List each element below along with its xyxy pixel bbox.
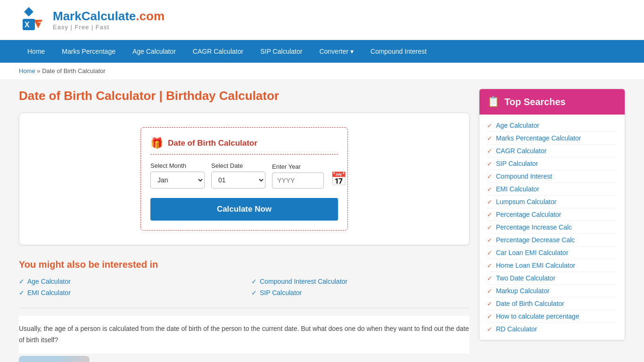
ts-check-icon: ✓ bbox=[487, 288, 492, 295]
top-searches-icon: 📋 bbox=[487, 96, 500, 108]
calculator-icon: 🎁 bbox=[150, 137, 163, 149]
check-icon-2: ✓ bbox=[251, 278, 257, 285]
date-field-group: Select Date 01020304 05060708 09101112 1… bbox=[211, 162, 265, 189]
interested-link-compound-interest[interactable]: ✓ Compound Interest Calculator bbox=[251, 278, 470, 285]
top-searches-list: ✓ Age Calculator ✓ Marks Percentage Calc… bbox=[479, 115, 625, 340]
ts-item-car-loan[interactable]: ✓ Car Loan EMI Calculator bbox=[487, 247, 617, 259]
logo-area: X + − MarkCalculate.com Easy | Free | Fa… bbox=[19, 6, 165, 34]
illustration-placeholder bbox=[19, 356, 90, 362]
ts-item-cagr[interactable]: ✓ CAGR Calculator bbox=[487, 145, 617, 157]
year-input[interactable] bbox=[272, 173, 324, 189]
ts-item-dob[interactable]: ✓ Date of Birth Calculator bbox=[487, 297, 617, 310]
ts-check-icon: ✓ bbox=[487, 326, 492, 333]
interested-link-sip-calculator[interactable]: ✓ SIP Calculator bbox=[251, 289, 470, 296]
nav-home[interactable]: Home bbox=[19, 40, 53, 63]
ts-check-icon: ✓ bbox=[487, 300, 492, 307]
ts-item-sip[interactable]: ✓ SIP Calculator bbox=[487, 157, 617, 170]
main-nav: Home Marks Percentage Age Calculator CAG… bbox=[0, 40, 644, 63]
ts-item-rd[interactable]: ✓ RD Calculator bbox=[487, 323, 617, 335]
check-icon-4: ✓ bbox=[251, 289, 257, 296]
content-area: Date of Birth Calculator | Birthday Calc… bbox=[19, 89, 470, 362]
ts-check-icon: ✓ bbox=[487, 173, 492, 180]
ts-check-icon: ✓ bbox=[487, 198, 492, 206]
nav-converter-dropdown[interactable]: Converter bbox=[311, 40, 362, 63]
fields-row: Select Month JanFebMar AprMayJun JulAugS… bbox=[150, 162, 338, 189]
year-field-group: Enter Year bbox=[272, 163, 324, 189]
interested-grid: ✓ Age Calculator ✓ Compound Interest Cal… bbox=[19, 278, 470, 296]
date-label: Select Date bbox=[211, 162, 265, 169]
calculator-box: 🎁 Date of Birth Calculator Select Month … bbox=[19, 113, 470, 245]
breadcrumb: Home » Date of Birth Calculator bbox=[0, 63, 644, 79]
ts-check-icon: ✓ bbox=[487, 275, 492, 282]
ts-item-percentage-decrease[interactable]: ✓ Percentage Decrease Calc bbox=[487, 234, 617, 247]
description-text: Usually, the age of a person is calculat… bbox=[19, 316, 470, 354]
svg-text:X: X bbox=[25, 21, 30, 29]
site-header: X + − MarkCalculate.com Easy | Free | Fa… bbox=[0, 0, 644, 40]
brand-name: MarkCalculate.com bbox=[53, 9, 165, 24]
ts-check-icon: ✓ bbox=[487, 148, 492, 155]
ts-check-icon: ✓ bbox=[487, 135, 492, 142]
year-label: Enter Year bbox=[272, 163, 324, 170]
nav-marks-percentage[interactable]: Marks Percentage bbox=[53, 40, 124, 63]
ts-item-two-date[interactable]: ✓ Two Date Calculator bbox=[487, 272, 617, 285]
interested-section: You might also be interested in ✓ Age Ca… bbox=[19, 259, 470, 296]
interested-title: You might also be interested in bbox=[19, 259, 470, 270]
svg-marker-0 bbox=[24, 7, 33, 16]
top-searches-box: 📋 Top Searches ✓ Age Calculator ✓ Marks … bbox=[479, 89, 625, 340]
month-field-group: Select Month JanFebMar AprMayJun JulAugS… bbox=[150, 162, 205, 189]
ts-check-icon: ✓ bbox=[487, 249, 492, 256]
ts-item-lumpsum[interactable]: ✓ Lumpsum Calculator bbox=[487, 196, 617, 208]
top-searches-header: 📋 Top Searches bbox=[479, 89, 625, 115]
nav-sip-calculator[interactable]: SIP Calculator bbox=[252, 40, 311, 63]
ts-check-icon: ✓ bbox=[487, 186, 492, 193]
ts-item-percentage[interactable]: ✓ Percentage Calculator bbox=[487, 208, 617, 221]
top-searches-title: Top Searches bbox=[504, 97, 566, 107]
tagline: Easy | Free | Fast bbox=[53, 24, 165, 31]
breadcrumb-home[interactable]: Home bbox=[19, 67, 35, 74]
ts-item-age-calculator[interactable]: ✓ Age Calculator bbox=[487, 119, 617, 132]
ts-item-emi[interactable]: ✓ EMI Calculator bbox=[487, 183, 617, 196]
ts-check-icon: ✓ bbox=[487, 211, 492, 218]
svg-text:−: − bbox=[38, 18, 41, 26]
calendar-icon-button[interactable]: 📅 bbox=[330, 171, 347, 189]
page-title: Date of Birth Calculator | Birthday Calc… bbox=[19, 89, 470, 103]
nav-compound-interest[interactable]: Compound Interest bbox=[362, 40, 435, 63]
ts-item-markup[interactable]: ✓ Markup Calculator bbox=[487, 285, 617, 297]
ts-check-icon: ✓ bbox=[487, 224, 492, 231]
main-container: Date of Birth Calculator | Birthday Calc… bbox=[0, 79, 644, 362]
calculator-inner: 🎁 Date of Birth Calculator Select Month … bbox=[140, 127, 348, 230]
ts-check-icon: ✓ bbox=[487, 237, 492, 244]
ts-item-marks-percentage[interactable]: ✓ Marks Percentage Calculator bbox=[487, 132, 617, 145]
svg-text:+: + bbox=[33, 9, 37, 16]
ts-check-icon: ✓ bbox=[487, 313, 492, 320]
ts-item-compound-interest[interactable]: ✓ Compound Interest bbox=[487, 170, 617, 183]
ts-item-home-loan[interactable]: ✓ Home Loan EMI Calculator bbox=[487, 259, 617, 272]
ts-item-how-to-calc[interactable]: ✓ How to calculate percentage bbox=[487, 310, 617, 323]
logo-text: MarkCalculate.com Easy | Free | Fast bbox=[53, 9, 165, 31]
interested-link-emi-calculator[interactable]: ✓ EMI Calculator bbox=[19, 289, 237, 296]
breadcrumb-current: Date of Birth Calculator bbox=[42, 67, 105, 74]
check-icon-3: ✓ bbox=[19, 289, 25, 296]
illustration-area bbox=[19, 354, 470, 362]
interested-link-age-calculator[interactable]: ✓ Age Calculator bbox=[19, 278, 237, 285]
nav-cagr-calculator[interactable]: CAGR Calculator bbox=[184, 40, 252, 63]
check-icon-1: ✓ bbox=[19, 278, 25, 285]
ts-check-icon: ✓ bbox=[487, 122, 492, 129]
month-label: Select Month bbox=[150, 162, 205, 169]
calculate-button[interactable]: Calculate Now bbox=[150, 198, 338, 221]
ts-check-icon: ✓ bbox=[487, 160, 492, 167]
month-select[interactable]: JanFebMar AprMayJun JulAugSep OctNovDec bbox=[150, 172, 205, 189]
calculator-title-text: Date of Birth Calculator bbox=[168, 139, 257, 148]
sidebar: 📋 Top Searches ✓ Age Calculator ✓ Marks … bbox=[479, 89, 625, 362]
nav-converter[interactable]: Converter bbox=[311, 40, 362, 63]
ts-item-percentage-increase[interactable]: ✓ Percentage Increase Calc bbox=[487, 221, 617, 234]
date-select[interactable]: 01020304 05060708 09101112 13141516 1718… bbox=[211, 172, 265, 189]
nav-age-calculator[interactable]: Age Calculator bbox=[124, 40, 184, 63]
ts-check-icon: ✓ bbox=[487, 262, 492, 269]
breadcrumb-separator: » bbox=[37, 67, 42, 74]
calculator-title: 🎁 Date of Birth Calculator bbox=[150, 137, 338, 155]
logo-icon: X + − bbox=[19, 6, 47, 34]
